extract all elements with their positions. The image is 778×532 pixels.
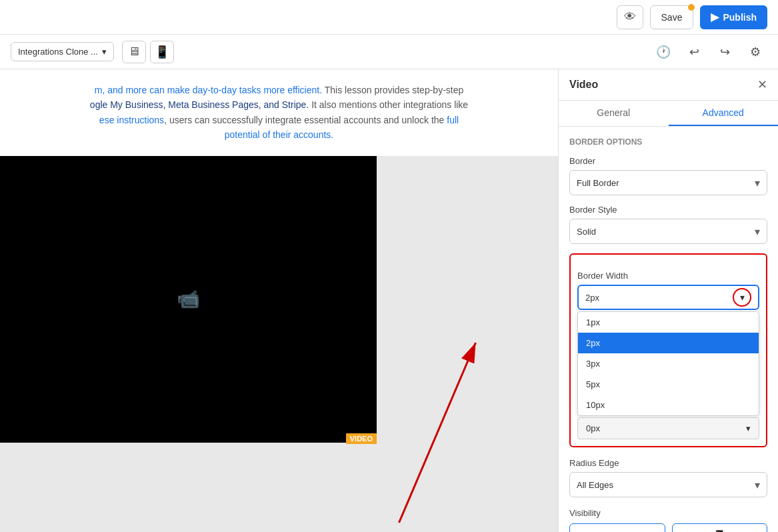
dropdown-item-10px[interactable]: 10px bbox=[578, 395, 759, 415]
chevron-down-icon: ▾ bbox=[102, 47, 107, 57]
chevron-down-icon: ▾ bbox=[755, 479, 760, 491]
panel-tabs: General Advanced bbox=[559, 101, 778, 127]
border-style-select[interactable]: Solid ▾ bbox=[569, 219, 767, 244]
close-button[interactable]: ✕ bbox=[757, 77, 767, 92]
toolbar-right: 🕐 ↩ ↪ ⚙ bbox=[651, 41, 767, 63]
visibility-section: Visibility 🖥 📱 bbox=[569, 508, 767, 532]
chevron-down-icon: ▾ bbox=[755, 225, 760, 238]
canvas-text-4: potential of their accounts. bbox=[20, 127, 538, 142]
tab-general[interactable]: General bbox=[559, 101, 669, 126]
desktop-icon: 🖥 bbox=[611, 530, 623, 533]
publish-icon: ▶ bbox=[711, 11, 719, 23]
settings-icon: ⚙ bbox=[750, 45, 761, 59]
dropdown-item-2px[interactable]: 2px bbox=[578, 333, 759, 353]
canvas-text-1: m, and more can make day-to-day tasks mo… bbox=[20, 83, 538, 97]
publish-button[interactable]: ▶ Publish bbox=[700, 5, 767, 29]
video-label: VIDEO bbox=[346, 433, 377, 444]
tab-advanced[interactable]: Advanced bbox=[669, 101, 779, 126]
settings-button[interactable]: ⚙ bbox=[743, 41, 767, 63]
radius-edge-select[interactable]: All Edges ▾ bbox=[569, 472, 767, 497]
right-panel: Video ✕ General Advanced Border Options … bbox=[558, 69, 778, 532]
undo-button[interactable]: ↩ bbox=[682, 41, 706, 63]
device-buttons: 🖥 📱 bbox=[122, 41, 174, 63]
border-field-label: Border bbox=[569, 156, 767, 166]
panel-title: Video bbox=[569, 79, 598, 91]
visibility-label: Visibility bbox=[569, 508, 767, 518]
radius-edge-label: Radius Edge bbox=[569, 458, 767, 468]
visibility-buttons: 🖥 📱 bbox=[569, 523, 767, 532]
border-style-field-label: Border Style bbox=[569, 205, 767, 215]
chevron-circle-icon: ▾ bbox=[733, 288, 751, 307]
eye-icon: 👁 bbox=[624, 10, 636, 24]
chevron-down-icon: ▾ bbox=[746, 423, 751, 433]
border-radius-zero-select[interactable]: 0px ▾ bbox=[577, 417, 759, 439]
canvas-area[interactable]: m, and more can make day-to-day tasks mo… bbox=[0, 69, 558, 532]
mobile-button[interactable]: 📱 bbox=[150, 41, 174, 63]
dropdown-item-1px[interactable]: 1px bbox=[578, 312, 759, 333]
mobile-icon: 📱 bbox=[712, 529, 727, 532]
redo-button[interactable]: ↪ bbox=[713, 41, 737, 63]
redo-icon: ↪ bbox=[720, 45, 730, 59]
save-button[interactable]: Save bbox=[650, 5, 694, 29]
svg-line-1 bbox=[399, 343, 476, 523]
top-bar: 👁 Save ▶ Publish bbox=[0, 0, 778, 35]
video-camera-icon: 📹 bbox=[177, 288, 200, 310]
preview-button[interactable]: 👁 bbox=[617, 5, 643, 29]
chevron-down-icon: ▾ bbox=[755, 177, 760, 189]
page-selector[interactable]: Integrations Clone ... ▾ bbox=[11, 42, 114, 61]
border-select[interactable]: Full Border ▾ bbox=[569, 170, 767, 195]
clock-icon: 🕐 bbox=[656, 45, 671, 59]
video-block[interactable]: 📹 VIDEO bbox=[0, 156, 377, 443]
border-width-field-label: Border Width bbox=[577, 271, 759, 281]
undo-icon: ↩ bbox=[689, 45, 699, 59]
second-bar: Integrations Clone ... ▾ 🖥 📱 🕐 ↩ ↪ ⚙ bbox=[0, 35, 778, 69]
dropdown-item-3px[interactable]: 3px bbox=[578, 353, 759, 374]
visibility-desktop-button[interactable]: 🖥 bbox=[569, 523, 665, 532]
panel-body: Border Options Border Full Border ▾ Bord… bbox=[559, 127, 778, 532]
history-button[interactable]: 🕐 bbox=[651, 41, 675, 63]
main-layout: m, and more can make day-to-day tasks mo… bbox=[0, 69, 778, 532]
canvas-text-2: ogle My Business, Meta Business Pages, a… bbox=[20, 97, 538, 112]
dropdown-item-5px[interactable]: 5px bbox=[578, 374, 759, 395]
panel-header: Video ✕ bbox=[559, 69, 778, 101]
desktop-button[interactable]: 🖥 bbox=[122, 41, 146, 63]
border-width-section: Border Width 2px ▾ 1px 2px 3px 5px 10px … bbox=[569, 253, 767, 447]
canvas-content: m, and more can make day-to-day tasks mo… bbox=[0, 69, 558, 156]
unsaved-dot bbox=[688, 4, 695, 11]
canvas-text-3: ese instructions, users can successfully… bbox=[20, 113, 538, 127]
radius-section: Radius Edge All Edges ▾ bbox=[569, 458, 767, 497]
page-name: Integrations Clone ... bbox=[18, 47, 98, 57]
border-options-label: Border Options bbox=[569, 137, 767, 147]
visibility-mobile-button[interactable]: 📱 bbox=[672, 523, 768, 532]
border-width-select[interactable]: 2px ▾ bbox=[577, 285, 759, 310]
border-width-dropdown: 1px 2px 3px 5px 10px bbox=[577, 311, 759, 416]
